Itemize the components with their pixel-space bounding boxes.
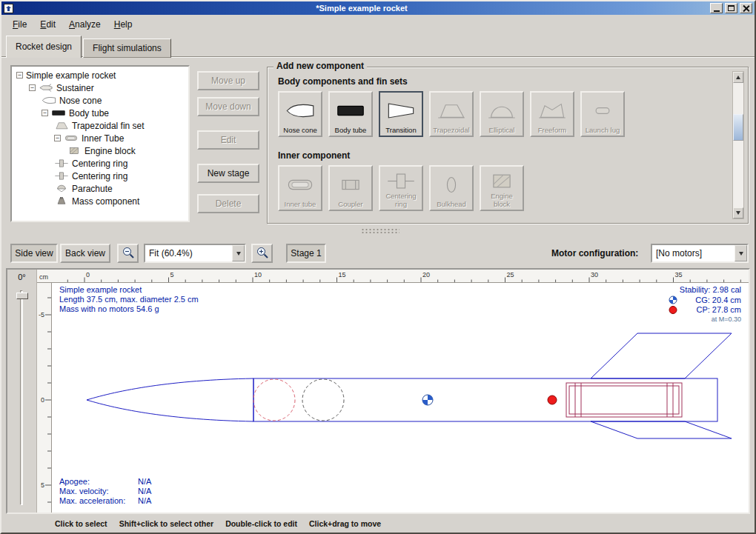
add-launch-lug-button[interactable]: Launch lug <box>580 91 625 137</box>
move-down-button[interactable]: Move down <box>197 97 259 116</box>
motor-configuration-combo[interactable]: [No motors] <box>651 244 749 263</box>
menu-help[interactable]: Help <box>107 17 139 32</box>
zoom-out-button[interactable] <box>117 244 139 263</box>
innertube-icon <box>64 133 79 143</box>
add-trapezoidal-button[interactable]: Trapezoidal <box>429 91 474 137</box>
side-view-button[interactable]: Side view <box>10 244 58 263</box>
scrollbar-track[interactable] <box>733 83 743 207</box>
add-nose-cone-button[interactable]: Nose cone <box>278 91 322 137</box>
move-up-button[interactable]: Move up <box>197 71 259 90</box>
scrollbar-thumb[interactable] <box>733 114 743 141</box>
add-transition-button[interactable]: Transition <box>379 91 423 137</box>
menu-file[interactable]: File <box>6 17 33 32</box>
combo-arrow-icon[interactable] <box>232 245 245 261</box>
scroll-up-button[interactable] <box>733 72 743 83</box>
cp-text: CP: 27.8 cm <box>696 305 741 314</box>
stage-1-toggle[interactable]: Stage 1 <box>286 244 326 263</box>
minimize-button[interactable] <box>710 3 723 13</box>
edit-button[interactable]: Edit <box>197 130 259 150</box>
svg-text:30: 30 <box>591 271 598 278</box>
max-acceleration-label: Max. acceleration: <box>59 496 125 505</box>
coupler-icon <box>336 170 365 201</box>
tab-bar: Rocket design Flight simulations <box>6 36 173 58</box>
collapse-icon[interactable]: − <box>42 110 48 116</box>
add-centering-ring-button[interactable]: Centering ring <box>379 165 423 211</box>
scroll-down-button[interactable] <box>733 207 743 218</box>
rotation-slider-thumb[interactable] <box>16 293 28 299</box>
trapezoidal-icon <box>437 96 466 127</box>
svg-text:20: 20 <box>422 271 430 278</box>
arrow-up-icon <box>736 76 740 79</box>
rotation-slider[interactable] <box>20 290 23 505</box>
title-bar[interactable]: *Simple example rocket <box>1 1 755 15</box>
tree-item-label: Sustainer <box>56 83 94 93</box>
tree-item-inner-tube-5[interactable]: −Inner Tube <box>13 132 188 144</box>
svg-text:35: 35 <box>675 271 683 278</box>
collapse-icon[interactable]: − <box>29 84 36 91</box>
menu-edit[interactable]: Edit <box>33 17 62 32</box>
add-component-scrollbar[interactable] <box>732 71 744 219</box>
rocket-canvas[interactable]: cm 05101520253035 -505 <box>37 270 749 513</box>
add-component-panel: Add new component Body components and fi… <box>267 67 749 224</box>
bodytube-icon <box>51 108 66 118</box>
tree-item-body-tube-3[interactable]: −Body tube <box>13 107 188 119</box>
tree-item-label: Engine block <box>84 146 136 156</box>
collapse-icon[interactable]: − <box>54 135 61 141</box>
launchlug-icon <box>588 96 617 127</box>
zoom-in-button[interactable] <box>251 244 273 263</box>
centeringring-icon <box>54 171 69 181</box>
new-stage-button[interactable]: New stage <box>197 164 259 183</box>
tree-item-simple-example-rocket-0[interactable]: −Simple example rocket <box>13 69 188 81</box>
maximize-button[interactable] <box>725 3 737 13</box>
mach-text: at M=0.30 <box>712 316 741 323</box>
tree-item-parachute-9[interactable]: Parachute <box>13 182 188 195</box>
tree-item-engine-block-6[interactable]: Engine block <box>13 144 188 157</box>
add-elliptical-button[interactable]: Elliptical <box>480 91 524 137</box>
tree-item-label: Simple example rocket <box>26 70 116 81</box>
magnifier-minus-icon <box>122 246 135 261</box>
add-engine-block-button[interactable]: Engine block <box>480 165 524 211</box>
zoom-combo[interactable]: Fit (60.4%) <box>144 244 246 263</box>
svg-text:0: 0 <box>86 271 90 278</box>
tree-item-trapezoidal-fin-set-4[interactable]: Trapezoidal fin set <box>13 119 188 132</box>
add-inner-tube-button[interactable]: Inner tube <box>278 165 322 211</box>
tab-rocket-design[interactable]: Rocket design <box>6 36 82 58</box>
component-groups: Body components and fin setsNose coneBod… <box>278 76 726 211</box>
hint-shift-click: Shift+click to select other <box>119 519 214 528</box>
svg-text:-5: -5 <box>39 311 44 318</box>
hint-click-drag: Click+drag to move <box>309 519 381 528</box>
max-velocity-value: N/A <box>138 487 152 495</box>
component-row-1: Inner tubeCouplerCentering ringBulkheadE… <box>278 165 726 211</box>
app-icon[interactable] <box>4 4 13 13</box>
add-freeform-button[interactable]: Freeform <box>530 91 574 137</box>
tree-item-centering-ring-8[interactable]: Centering ring <box>13 170 188 182</box>
delete-button[interactable]: Delete <box>197 194 259 213</box>
tree-item-mass-component-10[interactable]: Mass component <box>13 195 188 207</box>
back-view-button[interactable]: Back view <box>60 244 110 263</box>
svg-text:0: 0 <box>41 396 44 404</box>
status-bar: Click to select Shift+click to select ot… <box>1 514 755 533</box>
ruler-unit-label: cm <box>39 273 48 281</box>
centeringring-icon <box>386 170 416 193</box>
cg-text: CG: 20.4 cm <box>695 296 741 304</box>
combo-arrow-icon[interactable] <box>735 245 747 261</box>
menu-analyze[interactable]: Analyze <box>62 17 107 32</box>
add-body-tube-button[interactable]: Body tube <box>328 91 373 137</box>
tree-item-sustainer-1[interactable]: −Sustainer <box>13 81 188 94</box>
collapse-icon[interactable]: − <box>16 72 23 79</box>
component-tree[interactable]: −Simple example rocket−SustainerNose con… <box>10 65 190 222</box>
splitter-handle[interactable] <box>361 228 399 235</box>
arrow-down-icon <box>736 211 740 215</box>
close-button[interactable] <box>740 3 752 13</box>
transition-icon <box>386 96 416 127</box>
rocket-view-panel: 0° cm 05101520253035 -505 <box>6 268 750 514</box>
tree-item-label: Centering ring <box>72 171 127 181</box>
add-bulkhead-button[interactable]: Bulkhead <box>429 165 474 211</box>
tree-item-nose-cone-2[interactable]: Nose cone <box>13 94 188 107</box>
add-coupler-button[interactable]: Coupler <box>328 165 373 211</box>
tab-flight-simulations[interactable]: Flight simulations <box>83 39 171 58</box>
tree-item-centering-ring-7[interactable]: Centering ring <box>13 157 188 170</box>
tree-item-label: Parachute <box>72 184 113 194</box>
centeringring-icon <box>54 158 69 168</box>
max-acceleration-value: N/A <box>138 496 152 505</box>
